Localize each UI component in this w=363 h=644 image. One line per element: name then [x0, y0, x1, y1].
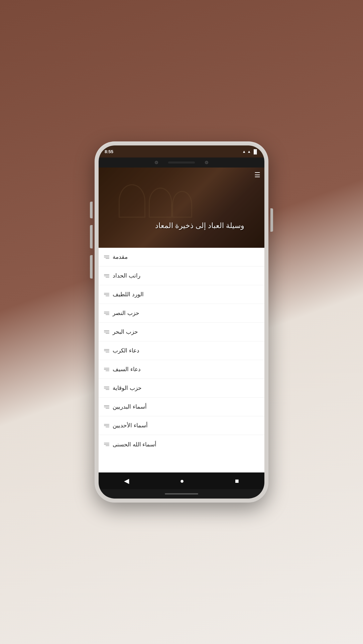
status-bar: 8:55 ▲ ▲ ▐▌: [99, 145, 264, 157]
list-item[interactable]: دعاء السيف: [99, 360, 264, 379]
list-item[interactable]: حزب النصر: [99, 304, 264, 323]
item-label: الورد اللطيف: [113, 291, 144, 298]
wifi-icon: ▲: [242, 149, 246, 153]
list-icon: [104, 349, 109, 352]
item-label: حزب النصر: [113, 310, 139, 317]
list-item[interactable]: حزب البحر: [99, 323, 264, 341]
item-label: أسماء الله الحسنى: [113, 441, 156, 448]
hero-section: ☰ وسيلة العباد إلى ذخيرة المعاد: [99, 168, 264, 248]
speaker-slit: [168, 162, 195, 164]
status-icons: ▲ ▲ ▐▌: [242, 149, 258, 154]
screen: 8:55 ▲ ▲ ▐▌ ☰ وسيلة العباد إلى ذخيرة ا: [99, 145, 264, 499]
menu-icon[interactable]: ☰: [254, 171, 260, 179]
home-button[interactable]: ●: [173, 474, 191, 488]
back-button[interactable]: ◀: [117, 474, 136, 488]
item-label: راتب الحداد: [113, 272, 140, 279]
volume-down-button: [90, 255, 93, 279]
item-label: حزب الوقاية: [113, 385, 142, 392]
phone-frame: 8:55 ▲ ▲ ▐▌ ☰ وسيلة العباد إلى ذخيرة ا: [95, 141, 268, 503]
menu-list: مقدمة راتب الحداد الورد اللطيف حزب النصر: [99, 248, 264, 472]
hero-title: وسيلة العباد إلى ذخيرة المعاد: [105, 221, 244, 231]
list-item[interactable]: دعاء الكرب: [99, 341, 264, 360]
signal-icon: ▲: [247, 149, 251, 153]
list-item[interactable]: راتب الحداد: [99, 266, 264, 285]
bottom-navigation: ◀ ● ■: [99, 472, 264, 489]
home-indicator-bar: [99, 489, 264, 499]
list-item[interactable]: حزب الوقاية: [99, 379, 264, 398]
hero-overlay: [99, 168, 264, 248]
power-button: [270, 208, 273, 232]
item-label: أسماء البدريين: [113, 403, 147, 410]
home-indicator: [165, 493, 198, 495]
battery-icon: ▐▌: [252, 149, 258, 154]
volume-up-button: [90, 225, 93, 248]
item-label: حزب البحر: [113, 328, 138, 335]
status-time: 8:55: [105, 149, 113, 154]
camera-dot-right: [205, 161, 208, 164]
list-item[interactable]: أسماء البدريين: [99, 398, 264, 416]
list-icon: [104, 405, 109, 409]
list-item[interactable]: مقدمة: [99, 248, 264, 266]
list-item[interactable]: أسماء الأحديين: [99, 416, 264, 435]
item-label: دعاء السيف: [113, 366, 141, 373]
item-label: أسماء الأحديين: [113, 422, 148, 429]
item-label: مقدمة: [113, 253, 128, 260]
mute-button: [90, 202, 93, 218]
camera-dot-left: [155, 161, 158, 164]
list-icon: [104, 312, 109, 315]
list-icon: [104, 330, 109, 334]
list-icon: [104, 424, 109, 427]
camera-bar: [99, 157, 264, 168]
list-item[interactable]: الورد اللطيف: [99, 285, 264, 304]
list-icon: [104, 293, 109, 296]
item-label: دعاء الكرب: [113, 347, 139, 354]
recents-button[interactable]: ■: [228, 474, 246, 488]
list-icon: [104, 255, 109, 259]
list-icon: [104, 387, 109, 390]
list-icon: [104, 443, 109, 446]
list-item[interactable]: أسماء الله الحسنى: [99, 435, 264, 454]
list-icon: [104, 274, 109, 278]
list-icon: [104, 368, 109, 371]
